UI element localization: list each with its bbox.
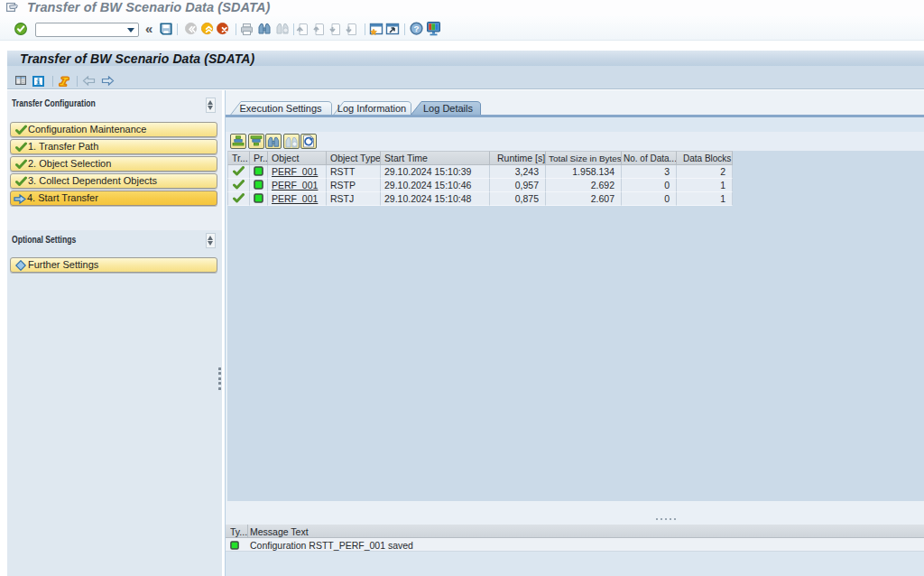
svg-text:?: ? xyxy=(413,23,419,33)
